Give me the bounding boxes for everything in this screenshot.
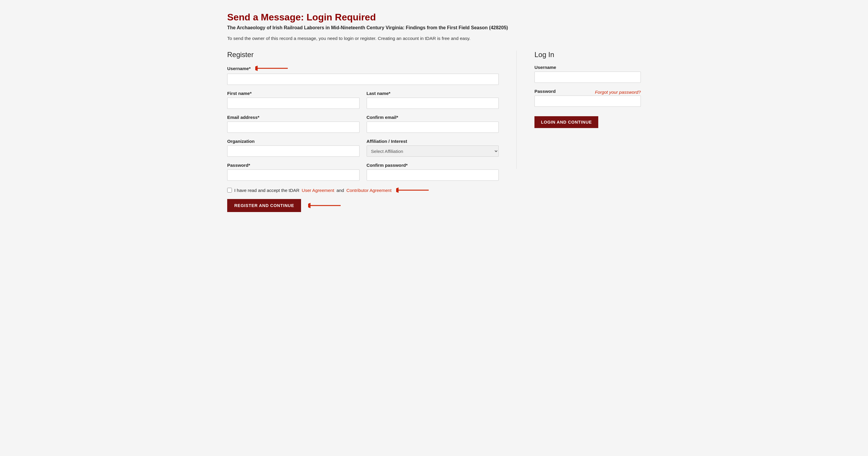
affiliation-label: Affiliation / Interest: [367, 139, 499, 144]
register-button-arrow-icon: [308, 202, 344, 209]
contributor-agreement-link[interactable]: Contributor Agreement: [346, 188, 392, 193]
confirm-email-input[interactable]: [367, 121, 499, 133]
email-input[interactable]: [227, 121, 360, 133]
register-heading: Register: [227, 51, 499, 59]
confirm-email-label: Confirm email*: [367, 115, 499, 120]
firstname-field-group: First name*: [227, 91, 360, 109]
login-section: Log In Username Password Forgot your pas…: [534, 51, 641, 128]
login-username-input[interactable]: [534, 72, 641, 83]
login-continue-button[interactable]: LOGIN AND CONTINUE: [534, 116, 598, 128]
confirm-password-field-group: Confirm password*: [367, 163, 499, 181]
confirm-email-field-group: Confirm email*: [367, 115, 499, 133]
record-title: The Archaeology of Irish Railroad Labore…: [227, 25, 641, 30]
affiliation-select[interactable]: Select Affiliation Academic / University…: [367, 145, 499, 157]
lastname-field-group: Last name*: [367, 91, 499, 109]
username-input[interactable]: [227, 74, 499, 85]
login-password-input[interactable]: [534, 95, 641, 107]
agreement-and: and: [337, 188, 344, 193]
organization-label: Organization: [227, 139, 360, 144]
username-arrow-icon: [255, 65, 291, 72]
confirm-password-label: Confirm password*: [367, 163, 499, 168]
organization-field-group: Organization: [227, 139, 360, 157]
org-affiliation-row: Organization Affiliation / Interest Sele…: [227, 139, 499, 163]
login-username-field-group: Username: [534, 65, 641, 83]
register-continue-button[interactable]: REGISTER AND CONTINUE: [227, 199, 301, 212]
password-field-group: Password*: [227, 163, 360, 181]
username-label-row: Username*: [227, 65, 499, 72]
lastname-label: Last name*: [367, 91, 499, 96]
email-label: Email address*: [227, 115, 360, 120]
name-field-row: First name* Last name*: [227, 91, 499, 115]
affiliation-field-group: Affiliation / Interest Select Affiliatio…: [367, 139, 499, 157]
agreement-arrow-icon: [396, 187, 432, 194]
register-section: Register Username*: [227, 51, 499, 212]
forgot-password-link[interactable]: Forgot your password?: [595, 90, 641, 95]
page-title-static: Send a Message:: [227, 12, 307, 23]
firstname-label: First name*: [227, 91, 360, 96]
email-field-group: Email address*: [227, 115, 360, 133]
agreement-text-prefix: I have read and accept the tDAR: [234, 188, 299, 193]
lastname-input[interactable]: [367, 97, 499, 109]
login-password-label: Password: [534, 89, 556, 94]
organization-input[interactable]: [227, 145, 360, 157]
password-label: Password*: [227, 163, 360, 168]
username-field-group: Username*: [227, 65, 499, 85]
agreement-checkbox[interactable]: [227, 188, 232, 193]
password-field-row: Password* Confirm password*: [227, 163, 499, 187]
register-btn-row: REGISTER AND CONTINUE: [227, 199, 499, 212]
password-input[interactable]: [227, 169, 360, 181]
login-username-label: Username: [534, 65, 641, 70]
page-title-highlight: Login Required: [307, 12, 376, 23]
page-title: Send a Message: Login Required: [227, 12, 641, 23]
main-columns: Register Username*: [227, 51, 641, 212]
login-password-field-group: Password Forgot your password?: [534, 89, 641, 107]
user-agreement-link[interactable]: User Agreement: [302, 188, 334, 193]
email-field-row: Email address* Confirm email*: [227, 115, 499, 139]
firstname-input[interactable]: [227, 97, 360, 109]
username-label: Username*: [227, 66, 251, 71]
intro-text: To send the owner of this record a messa…: [227, 36, 641, 41]
page-container: Send a Message: Login Required The Archa…: [227, 12, 641, 212]
login-heading: Log In: [534, 51, 641, 59]
section-divider: [517, 51, 517, 169]
forgot-row: Password Forgot your password?: [534, 89, 641, 95]
confirm-password-input[interactable]: [367, 169, 499, 181]
agreement-row: I have read and accept the tDAR User Agr…: [227, 187, 499, 194]
